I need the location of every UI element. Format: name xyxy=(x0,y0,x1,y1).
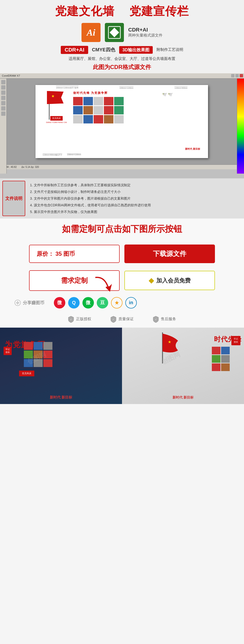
tool-zoom[interactable] xyxy=(1,112,5,116)
format-text: CDR+AI 两种矢量格式源文件 xyxy=(128,27,162,38)
filedesc-inner: 文件说明 1. 文件中所标制作工艺仅供参考，具体制作工艺要根据实际情况制定 2.… xyxy=(0,178,244,218)
share-icons-group: 微 Q 微 豆 ★ in xyxy=(54,297,137,308)
price-section: 原价： 35 图币 下载源文件 xyxy=(0,242,244,268)
party-photos-grid xyxy=(73,97,201,124)
bottom-images-section: 为党旗争辉 牢记使命 党员风采 新时代 新目标 创图网 时代先锋 xyxy=(0,328,244,404)
applicable-section: 适用展厅、展馆、办公室、会议室、大厅、过道等公共墙面布置 xyxy=(0,56,244,62)
ai-badge: Ai xyxy=(82,23,101,42)
member-label: 加入会员免费 xyxy=(156,277,191,284)
tool-polygon[interactable] xyxy=(1,106,5,110)
birds-decoration: 🕊️ 🕊️ xyxy=(162,92,173,97)
tool-shape[interactable] xyxy=(1,85,5,90)
party-bottom-label: 新时代 新目标 xyxy=(185,147,200,151)
filedesc-item-3: 3. 文件中的文字和图片内容仅供参考，图片请根据自己的文案和图片 xyxy=(30,195,242,202)
qq-icon: Q xyxy=(72,300,76,306)
party-slogan: 做时代先锋 为党旗争辉 xyxy=(73,91,201,95)
member-button[interactable]: ◆ 加入会员免费 xyxy=(124,271,215,290)
party-ribbon-left: 党员风采 xyxy=(19,370,34,376)
custom-section: 如需定制可点击如下图所示按钮 xyxy=(0,218,244,242)
sp5 xyxy=(34,350,43,358)
quality-shield-icon: ✓ xyxy=(110,316,117,323)
share-douban-button[interactable]: 豆 xyxy=(97,297,108,308)
price-value: 35 图币 xyxy=(56,250,75,257)
party-wall-design: ★ 党员风采 DANG YUAN FENG CAI 做时代先锋 为党旗争辉 🕊️… xyxy=(40,88,204,154)
badge-auth: ✓ 正版授权 xyxy=(68,316,91,323)
rsp3 xyxy=(212,355,220,363)
tag-3d: 3D输出效果图 xyxy=(119,46,153,54)
ribbon-subtitle: DANG YUAN FENG CAI xyxy=(46,121,67,124)
rsp2 xyxy=(221,347,230,354)
linkedin-icon: in xyxy=(129,300,133,306)
photo-4 xyxy=(104,97,114,105)
share-qq-button[interactable]: Q xyxy=(68,297,80,308)
photo-11 xyxy=(73,115,83,124)
badge-service: ✓ 售后服务 xyxy=(153,316,176,323)
cdr-note-text: 此图为CDR格式源文件 xyxy=(93,64,151,70)
window-minimize[interactable] xyxy=(231,74,235,77)
format-subtitle: 两种矢量格式源文件 xyxy=(128,33,162,38)
rsp4 xyxy=(221,355,230,363)
photo-1 xyxy=(73,97,83,105)
download-button[interactable]: 下载源文件 xyxy=(124,244,215,263)
svg-text:✓: ✓ xyxy=(113,318,114,321)
star-icon: ★ xyxy=(115,300,119,306)
flag-star: ★ xyxy=(51,94,55,98)
tag-note: 附制作工艺说明 xyxy=(156,47,183,52)
arrow-decoration xyxy=(93,275,112,293)
share-text: 分享赚图币 xyxy=(23,300,44,306)
cdr-canvas: 1630mm×1100mm的尺寸参考 1330mm×1100mm 1130mm×… xyxy=(7,78,237,164)
flag-body xyxy=(47,91,64,104)
tool-select[interactable] xyxy=(1,80,5,84)
cdr-statusbar: 148.48 ; 40.82 Δx: 5.14 Δy: 320 xyxy=(0,164,244,169)
rsp6 xyxy=(221,364,230,371)
cdr-leftbar xyxy=(0,78,7,174)
ai-label: Ai xyxy=(87,27,95,38)
applicable-text: 适用展厅、展馆、办公室、会议室、大厅、过道等公共墙面布置 xyxy=(69,56,175,61)
window-close[interactable] xyxy=(240,74,243,77)
dim-b2: 1330mm×1100mm xyxy=(67,154,81,156)
scene-photos xyxy=(24,342,52,367)
tool-rect[interactable] xyxy=(1,96,5,100)
filedesc-item-5: 5. 展示页中所含图片并不为实物，仅为效果图 xyxy=(30,208,242,215)
right-flag-area: ★ xyxy=(159,332,183,364)
share-star-button[interactable]: ★ xyxy=(111,297,122,308)
share-wechat-button[interactable]: 微 xyxy=(82,297,94,308)
share-section: 分享赚图币 微 Q 微 豆 ★ in xyxy=(0,293,244,312)
tool-text[interactable] xyxy=(1,90,5,95)
filedesc-label: 文件说明 xyxy=(2,181,25,216)
photo-10 xyxy=(114,106,124,114)
file-desc-section: 文件说明 1. 文件中所标制作工艺仅供参考，具体制作工艺要根据实际情况制定 2.… xyxy=(0,178,244,218)
menu-file: CorelDRAW X7 xyxy=(1,74,21,77)
svg-text:✓: ✓ xyxy=(70,318,72,321)
right-scene-photos xyxy=(212,347,230,371)
svg-marker-1 xyxy=(110,28,119,37)
cdr-icon xyxy=(107,25,122,40)
window-maximize[interactable] xyxy=(236,74,239,77)
scene-bottom-text-left: 新时代 新目标 xyxy=(50,395,72,400)
diamond-icon: ◆ xyxy=(149,276,154,284)
photo-15 xyxy=(114,115,124,124)
card-mission: 牢记使命 xyxy=(3,347,12,355)
sp6 xyxy=(43,350,52,358)
filedesc-content: 1. 文件中所标制作工艺仅供参考，具体制作工艺要根据实际情况制定 2. 文件尺寸… xyxy=(28,178,244,218)
bottom-left-scene: 为党旗争辉 牢记使命 党员风采 新时代 新目标 创图网 xyxy=(0,328,122,404)
page-title: 党建文化墙 党建宣传栏 xyxy=(2,4,242,18)
share-weibo-button[interactable]: 微 xyxy=(54,297,65,308)
card-mission-right: 牢记使命 xyxy=(231,336,241,345)
weibo-icon: 微 xyxy=(57,300,62,306)
tool-ellipse[interactable] xyxy=(1,101,5,105)
badges-section: ✓ 正版授权 ✓ 质量保证 ✓ 售后服务 xyxy=(0,312,244,328)
custom-title: 如需定制可点击如下图所示按钮 xyxy=(2,223,242,235)
bottom-right-scene: 时代先锋 ★ 牢记使命 新时代 新目标 创图网 xyxy=(122,328,244,404)
tags-section: CDR+AI CMYE四色 3D输出效果图 附制作工艺说明 xyxy=(0,44,244,56)
quality-label: 质量保证 xyxy=(119,317,134,322)
dim-b1: 1130mm×900mm输出尺寸 xyxy=(43,154,62,156)
cdr-doc-inner: 1630mm×1100mm的尺寸参考 1330mm×1100mm 1130mm×… xyxy=(35,85,208,158)
photo-13 xyxy=(94,115,103,124)
cdr-document: 1630mm×1100mm的尺寸参考 1330mm×1100mm 1130mm×… xyxy=(35,85,208,158)
svg-text:✓: ✓ xyxy=(155,318,157,321)
pwall-right: 做时代先锋 为党旗争辉 🕊️ 🕊️ xyxy=(73,91,201,152)
party-ribbon: 党员风采 xyxy=(50,116,63,120)
share-linkedin-button[interactable]: in xyxy=(125,297,137,308)
right-flag-svg: ★ xyxy=(159,332,183,364)
